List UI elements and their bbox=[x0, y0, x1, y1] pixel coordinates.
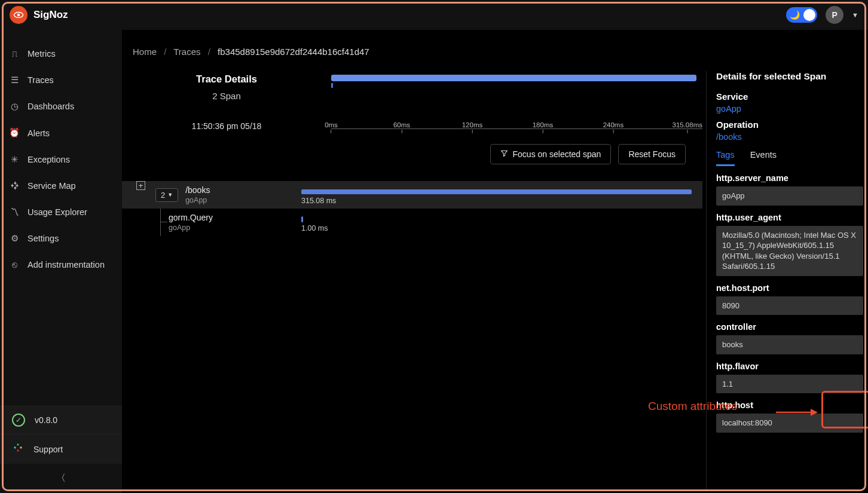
span-bar bbox=[301, 216, 303, 222]
tag-key: http.flavor bbox=[716, 362, 863, 371]
brand-logo-icon bbox=[10, 6, 27, 24]
operation-value[interactable]: /books bbox=[716, 132, 863, 142]
tab-events[interactable]: Events bbox=[750, 150, 777, 166]
sidebar-item-service-map[interactable]: ᠅Service Map bbox=[0, 173, 122, 199]
tag-value: books bbox=[716, 335, 863, 354]
service-value[interactable]: goApp bbox=[716, 104, 863, 114]
span-duration: 1.00 ms bbox=[301, 224, 328, 232]
bar-chart-icon: ⎍ bbox=[10, 49, 19, 59]
gear-icon: ⚙ bbox=[10, 234, 19, 243]
focus-span-button[interactable]: Focus on selected span bbox=[490, 144, 612, 164]
sidebar-item-dashboards[interactable]: ◷Dashboards bbox=[0, 93, 122, 120]
sidebar-collapse[interactable]: 〈 bbox=[0, 464, 122, 493]
sidebar-item-usage-explorer[interactable]: 〽Usage Explorer bbox=[0, 199, 122, 225]
sidebar-item-label: Metrics bbox=[27, 49, 56, 59]
gauge-icon: ◷ bbox=[10, 102, 19, 111]
sidebar-item-label: Exceptions bbox=[27, 155, 70, 164]
annotation-label: Custom attributes bbox=[648, 400, 737, 413]
avatar[interactable]: P bbox=[826, 6, 843, 24]
span-service: goApp bbox=[185, 196, 210, 204]
sidebar-item-add-instrumentation[interactable]: ⎋Add instrumentation bbox=[0, 252, 122, 278]
svg-point-1 bbox=[17, 14, 20, 17]
slack-icon bbox=[12, 442, 24, 457]
child-count-badge[interactable]: 2▼ bbox=[155, 188, 178, 202]
reset-focus-button[interactable]: Reset Focus bbox=[618, 144, 686, 164]
check-circle-icon: ✓ bbox=[12, 414, 25, 427]
annotation-arrow-icon bbox=[776, 406, 818, 418]
span-details-panel: Details for selected Span Service goApp … bbox=[707, 71, 868, 490]
breadcrumb-trace-id: fb345d8915e9d672df2444b16cf41d47 bbox=[218, 47, 369, 57]
service-label: Service bbox=[716, 91, 863, 102]
tag-value: goApp bbox=[716, 186, 863, 206]
dark-mode-toggle[interactable]: 🌙 bbox=[786, 7, 817, 23]
brand: SigNoz bbox=[10, 6, 68, 24]
sidebar: ⎍Metrics ☰Traces ◷Dashboards ⏰Alerts ✳Ex… bbox=[0, 30, 122, 493]
support-row[interactable]: Support bbox=[0, 434, 122, 464]
chevron-left-icon: 〈 bbox=[56, 472, 66, 485]
span-operation: /books bbox=[185, 185, 210, 195]
topbar: SigNoz 🌙 P ▼ bbox=[0, 0, 868, 30]
span-bar bbox=[301, 189, 692, 194]
tag-value: 8090 bbox=[716, 296, 863, 316]
sidebar-item-label: Traces bbox=[27, 75, 54, 85]
svg-marker-7 bbox=[811, 409, 818, 416]
sidebar-item-label: Dashboards bbox=[27, 102, 74, 111]
tag-key: http.server_name bbox=[716, 173, 863, 183]
sidebar-item-label: Settings bbox=[27, 234, 59, 243]
time-axis: 0ms 60ms 120ms 180ms 240ms 315.08ms bbox=[331, 121, 702, 137]
trace-overview[interactable] bbox=[331, 71, 702, 85]
caret-down-icon: ▼ bbox=[167, 192, 173, 198]
svg-rect-5 bbox=[17, 449, 19, 451]
sidebar-item-label: Alerts bbox=[27, 128, 50, 138]
alert-icon: ⏰ bbox=[10, 128, 19, 138]
link-icon: ⎋ bbox=[10, 260, 19, 270]
svg-rect-3 bbox=[17, 443, 19, 445]
breadcrumb: Home / Traces / fb345d8915e9d672df2444b1… bbox=[122, 38, 868, 71]
breadcrumb-home[interactable]: Home bbox=[133, 47, 157, 57]
span-count: 2 Span bbox=[122, 91, 331, 101]
span-row[interactable]: 2▼ /books goApp 315.08 ms bbox=[122, 181, 702, 209]
bug-icon: ✳ bbox=[10, 155, 19, 164]
brand-name: SigNoz bbox=[33, 9, 68, 21]
sidebar-item-label: Service Map bbox=[27, 181, 76, 191]
list-icon: ☰ bbox=[10, 75, 19, 85]
tab-tags[interactable]: Tags bbox=[716, 150, 735, 166]
span-service: goApp bbox=[169, 223, 213, 232]
trend-icon: 〽 bbox=[10, 207, 19, 217]
tag-key: controller bbox=[716, 322, 863, 332]
breadcrumb-traces[interactable]: Traces bbox=[173, 47, 200, 57]
trace-title: Trace Details bbox=[122, 74, 331, 85]
map-icon: ᠅ bbox=[10, 181, 19, 191]
moon-icon: 🌙 bbox=[790, 10, 800, 20]
sidebar-item-label: Usage Explorer bbox=[27, 207, 87, 217]
filter-icon bbox=[500, 149, 508, 159]
tag-key: http.user_agent bbox=[716, 213, 863, 222]
sidebar-item-traces[interactable]: ☰Traces bbox=[0, 67, 122, 93]
chevron-down-icon[interactable]: ▼ bbox=[852, 11, 858, 19]
support-text: Support bbox=[33, 445, 63, 454]
span-operation: gorm.Query bbox=[169, 213, 213, 222]
svg-rect-4 bbox=[20, 446, 22, 448]
operation-label: Operation bbox=[716, 120, 863, 130]
tag-value: Mozilla/5.0 (Macintosh; Intel Mac OS X 1… bbox=[716, 226, 863, 276]
sidebar-item-settings[interactable]: ⚙Settings bbox=[0, 225, 122, 252]
sidebar-item-exceptions[interactable]: ✳Exceptions bbox=[0, 146, 122, 173]
trace-timestamp: 11:50:36 pm 05/18 bbox=[122, 121, 331, 137]
svg-rect-2 bbox=[14, 446, 16, 448]
tag-key: net.host.port bbox=[716, 283, 863, 293]
version-row[interactable]: ✓ v0.8.0 bbox=[0, 406, 122, 434]
span-duration: 315.08 ms bbox=[301, 197, 336, 205]
sidebar-item-alerts[interactable]: ⏰Alerts bbox=[0, 120, 122, 146]
main-content: Home / Traces / fb345d8915e9d672df2444b1… bbox=[122, 30, 868, 493]
details-title: Details for selected Span bbox=[716, 71, 863, 82]
version-text: v0.8.0 bbox=[35, 415, 57, 425]
span-row[interactable]: gorm.Query goApp 1.00 ms bbox=[122, 209, 702, 236]
tag-value: 1.1 bbox=[716, 375, 863, 394]
sidebar-item-metrics[interactable]: ⎍Metrics bbox=[0, 41, 122, 67]
sidebar-item-label: Add instrumentation bbox=[27, 260, 105, 270]
